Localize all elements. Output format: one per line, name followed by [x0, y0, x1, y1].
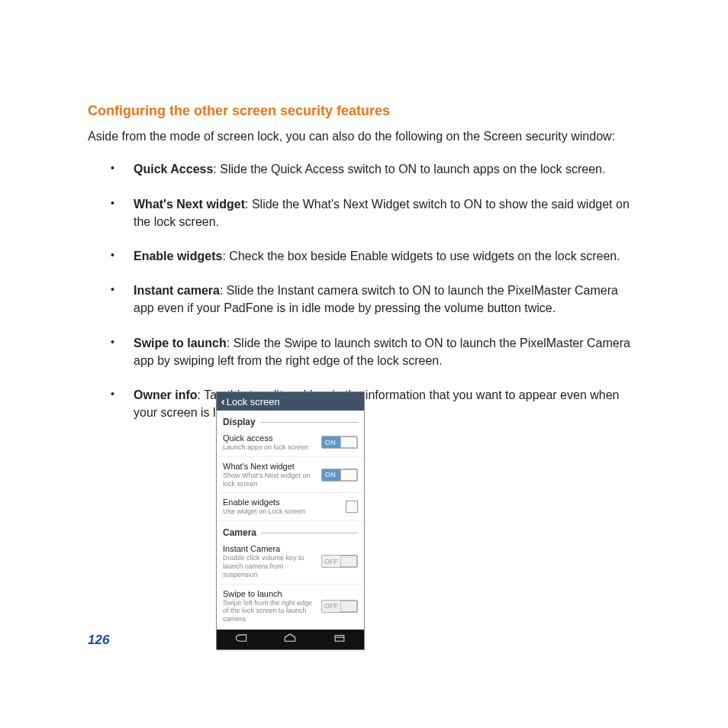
recent-icon[interactable] — [332, 633, 347, 646]
row-title: Instant Camera — [223, 544, 317, 553]
intro-paragraph: Aside from the mode of screen lock, you … — [88, 128, 640, 145]
bullet-list: Quick Access: Slide the Quick Access swi… — [111, 160, 640, 421]
bullet-term: Owner info — [134, 388, 198, 401]
phone-titlebar[interactable]: ‹ Lock screen — [217, 392, 364, 411]
bullet-item: Instant camera: Slide the Instant camera… — [111, 282, 640, 317]
row-title: Quick access — [223, 433, 317, 443]
toggle-instant-camera[interactable]: OFF — [321, 555, 358, 568]
toggle-knob — [340, 601, 357, 612]
bullet-term: What's Next widget — [134, 198, 245, 211]
toggle-knob — [340, 556, 357, 567]
toggle-label: ON — [322, 439, 340, 446]
svg-rect-0 — [335, 636, 344, 642]
toggle-label: OFF — [322, 558, 340, 565]
row-title: Swipe to launch — [223, 589, 317, 598]
row-instant-camera[interactable]: Instant Camera Double click volume key t… — [217, 540, 364, 584]
toggle-knob — [340, 469, 357, 481]
phone-content: Display Quick access Launch apps on lock… — [217, 411, 364, 630]
bullet-item: Owner info: Tap this to edit and key in … — [111, 386, 640, 421]
toggle-whats-next[interactable]: ON — [321, 469, 358, 482]
section-label: Display — [223, 417, 256, 427]
row-subtitle: Swipe left from the right edge of the lo… — [223, 599, 317, 623]
bullet-term: Swipe to launch — [134, 337, 227, 350]
toggle-quick-access[interactable]: ON — [321, 436, 358, 449]
row-subtitle: Use widget on Lock screen — [223, 507, 341, 516]
bullet-item: What's Next widget: Slide the What's Nex… — [111, 195, 640, 230]
bullet-desc: : Slide the Quick Access switch to ON to… — [213, 163, 605, 176]
bullet-term: Quick Access — [134, 163, 213, 176]
divider — [261, 533, 358, 533]
bullet-desc: : Tap this to edit and key in the inform… — [134, 388, 620, 419]
row-whats-next[interactable]: What's Next widget Show What's Next widg… — [217, 457, 364, 494]
row-subtitle: Launch apps on lock screen — [223, 443, 317, 452]
android-navbar — [217, 630, 364, 649]
back-chevron-icon[interactable]: ‹ — [221, 395, 225, 407]
toggle-label: ON — [322, 471, 340, 478]
bullet-item: Swipe to launch: Slide the Swipe to laun… — [111, 334, 640, 369]
section-header-camera: Camera — [217, 521, 364, 540]
bullet-desc: : Check the box beside Enable widgets to… — [222, 250, 620, 263]
section-header-display: Display — [217, 411, 364, 429]
bullet-item: Enable widgets: Check the box beside Ena… — [111, 247, 640, 265]
row-enable-widgets[interactable]: Enable widgets Use widget on Lock screen — [217, 493, 364, 521]
row-subtitle: Show What's Next widget on lock screen — [223, 472, 317, 488]
bullet-term: Enable widgets — [134, 250, 222, 263]
bullet-item: Quick Access: Slide the Quick Access swi… — [111, 160, 640, 178]
row-quick-access[interactable]: Quick access Launch apps on lock screen … — [217, 429, 364, 457]
bullet-term: Instant camera — [134, 284, 220, 297]
home-icon[interactable] — [282, 633, 298, 646]
row-subtitle: Double click volume key to launch camera… — [223, 554, 317, 578]
checkbox-enable-widgets[interactable] — [346, 501, 358, 513]
toggle-knob — [340, 436, 357, 448]
page-number: 126 — [88, 633, 109, 648]
row-title: What's Next widget — [223, 462, 317, 471]
phone-screenshot: ‹ Lock screen Display Quick access Launc… — [216, 391, 365, 650]
toggle-label: OFF — [322, 602, 340, 610]
divider — [260, 422, 358, 423]
section-label: Camera — [223, 527, 256, 538]
phone-title: Lock screen — [227, 396, 280, 407]
section-heading: Configuring the other screen security fe… — [88, 103, 640, 119]
back-icon[interactable] — [234, 633, 249, 646]
toggle-swipe-launch[interactable]: OFF — [321, 600, 358, 613]
row-swipe-launch[interactable]: Swipe to launch Swipe left from the righ… — [217, 585, 364, 628]
row-title: Enable widgets — [223, 498, 341, 507]
